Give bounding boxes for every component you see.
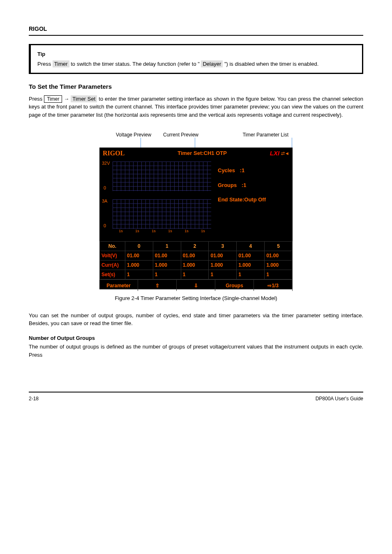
- table-row-curr: Curr(A) 1.000 1.000 1.000 1.000 1.000 1.…: [100, 261, 293, 270]
- xtick: 1s: [184, 229, 189, 234]
- side-info: Cycles :1 Groups :1 End State:Outp Off: [214, 159, 293, 241]
- menu-bar: Parameter ⇧ ⇩ Groups ⇨1/3: [99, 279, 293, 291]
- cell: 01.00: [265, 251, 293, 261]
- tip-body: Press Timer to switch the timer status. …: [37, 60, 355, 68]
- xtick: 1s: [135, 229, 139, 234]
- sub-heading: Number of Output Groups: [29, 334, 363, 342]
- hdr-col: 5: [265, 242, 293, 251]
- screen-topbar: RIGOL Timer Set:CH1 OTP LXI ⇄ ◄: [99, 148, 293, 159]
- xtick: 1s: [152, 229, 156, 234]
- beeper-icon: ◄: [285, 150, 289, 157]
- label-current-preview: Current Preview: [163, 131, 198, 138]
- menu-parameter[interactable]: Parameter: [99, 280, 138, 291]
- menu-page-icon[interactable]: ⇨1/3: [254, 280, 293, 291]
- para-1: Press Timer → Timer Set to enter the tim…: [29, 95, 363, 119]
- tip-text-before: Press: [37, 61, 53, 67]
- hdr-col: 2: [181, 242, 209, 251]
- lxi-icon: LXI: [270, 149, 279, 158]
- hdr-col: 1: [153, 242, 181, 251]
- para-2: You can set the number of output groups,…: [29, 312, 363, 328]
- table-row-volt: Volt(V) 01.00 01.00 01.00 01.00 01.00 01…: [100, 251, 293, 261]
- groups-value: :1: [242, 182, 247, 188]
- volt-ylabel-bottom: 0: [104, 185, 106, 192]
- para-3: The number of output groups is defined a…: [29, 343, 363, 359]
- cell: 1: [181, 270, 209, 279]
- curr-ylabel-bottom: 0: [104, 222, 106, 229]
- menu-down-icon[interactable]: ⇩: [177, 280, 215, 291]
- cell: 1.000: [181, 261, 209, 270]
- tip-text-after: ") is disabled when the timer is enabled…: [224, 61, 318, 67]
- cell: 1: [153, 270, 181, 279]
- network-icon: ⇄: [281, 150, 285, 157]
- cell: 1: [265, 270, 293, 279]
- para1-before: Press: [29, 96, 44, 102]
- xtick: 1s: [168, 229, 172, 234]
- cycles-value: :1: [240, 167, 245, 173]
- hdr-col: 0: [125, 242, 153, 251]
- cell: 1.000: [209, 261, 237, 270]
- cell: 1: [209, 270, 237, 279]
- menu-up-icon[interactable]: ⇧: [138, 280, 177, 291]
- row-label-set: Set(s): [100, 270, 125, 279]
- cell: 01.00: [237, 251, 265, 261]
- footer-manual: DP800A User's Guide: [316, 395, 363, 402]
- label-timer-list: Timer Parameter List: [242, 131, 288, 138]
- cell: 1.000: [153, 261, 181, 270]
- curr-grid: [113, 199, 211, 229]
- tip-btn-timer: Timer: [53, 60, 69, 67]
- table-row-set: Set(s) 1 1 1 1 1 1: [100, 270, 293, 279]
- rigol-logo: RIGOL: [103, 148, 125, 158]
- groups-label: Groups: [218, 182, 237, 188]
- row-label-volt: Volt(V): [100, 251, 125, 261]
- volt-ylabel-top: 32V: [102, 160, 110, 167]
- tip-text-mid: to switch the timer status. The delay fu…: [71, 61, 200, 67]
- key-timer: Timer: [44, 95, 62, 103]
- screen-title: Timer Set:CH1 OTP: [134, 149, 270, 157]
- figure-caption: Figure 2-4 Timer Parameter Setting Inter…: [29, 294, 363, 302]
- para1-arrow: →: [64, 96, 71, 102]
- hdr-col: 4: [237, 242, 265, 251]
- hdr-col: 3: [209, 242, 237, 251]
- softkey-timer-set: Timer Set: [71, 95, 97, 102]
- figure-container: Voltage Preview Current Preview Timer Pa…: [99, 131, 293, 289]
- cycles-label: Cycles: [218, 167, 235, 173]
- volt-grid: [113, 162, 211, 191]
- figure-labels: Voltage Preview Current Preview Timer Pa…: [99, 131, 293, 148]
- tip-title: Tip: [37, 50, 355, 58]
- current-preview-chart: 3A 0 1s 1s 1s 1s 1s 1s: [102, 198, 212, 234]
- cell: 1.000: [125, 261, 153, 270]
- row-label-curr: Curr(A): [100, 261, 125, 270]
- menu-groups[interactable]: Groups: [215, 280, 254, 291]
- section-heading: To Set the Timer Parameters: [29, 82, 363, 92]
- screen-body: 32V 0 3A 0 1s 1s 1s 1s 1s 1s: [99, 159, 293, 241]
- cell: 1.000: [237, 261, 265, 270]
- xtick: 1s: [201, 229, 205, 234]
- footer-page: 2-18: [29, 395, 39, 402]
- cell: 1: [125, 270, 153, 279]
- device-screen: RIGOL Timer Set:CH1 OTP LXI ⇄ ◄ 32V 0 3A…: [99, 148, 293, 289]
- cell: 1.000: [265, 261, 293, 270]
- timer-table: No. 0 1 2 3 4 5 Volt(V) 01.00 01.00 01.0…: [99, 241, 293, 279]
- end-state: End State:Outp Off: [218, 196, 289, 204]
- cell: 01.00: [153, 251, 181, 261]
- cell: 01.00: [209, 251, 237, 261]
- table-header-row: No. 0 1 2 3 4 5: [100, 242, 293, 251]
- cell: 1: [237, 270, 265, 279]
- xticks: 1s 1s 1s 1s 1s 1s: [113, 229, 211, 234]
- cell: 01.00: [125, 251, 153, 261]
- brand-header: RIGOL: [29, 25, 363, 36]
- label-voltage-preview: Voltage Preview: [116, 131, 151, 138]
- cell: 01.00: [181, 251, 209, 261]
- voltage-preview-chart: 32V 0: [102, 160, 212, 196]
- tip-btn-delayer: Delayer: [201, 60, 223, 67]
- curr-ylabel-top: 3A: [102, 198, 107, 205]
- previews: 32V 0 3A 0 1s 1s 1s 1s 1s 1s: [99, 159, 214, 241]
- footer: 2-18 DP800A User's Guide: [29, 392, 363, 402]
- tip-box: Tip Press Timer to switch the timer stat…: [29, 44, 363, 74]
- hdr-no: No.: [100, 242, 125, 251]
- xtick: 1s: [119, 229, 123, 234]
